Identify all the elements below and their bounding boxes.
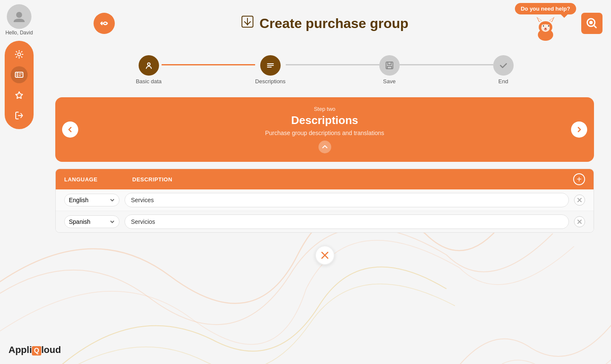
brand-name: AppliQloud [9,344,61,356]
step-label-end: End [498,78,508,85]
main-content: Basic data Descriptions [38,47,611,364]
svg-point-17 [589,21,593,24]
step-basic-data: Basic data [136,55,162,85]
svg-point-14 [548,25,549,26]
svg-point-1 [18,53,21,56]
sidebar-nav [5,41,34,129]
language-select-1[interactable]: English Spanish French German [64,215,119,228]
step-card-subtitle: Purchase group descriptions and translat… [68,130,581,136]
collapse-button[interactable] [318,141,331,153]
svg-point-0 [16,12,22,18]
col-header-language: LANGUAGE [64,176,132,183]
col-header-description: DESCRIPTION [132,176,573,183]
svg-rect-2 [15,72,23,77]
avatar [7,4,31,29]
cancel-button[interactable] [315,245,335,265]
svg-point-13 [543,25,544,26]
step-card: Step two Descriptions Purchase group des… [55,97,594,162]
step-circle-descriptions [260,55,281,76]
svg-point-15 [544,28,546,29]
step-line-2 [286,64,379,65]
page-title-icon [241,15,254,32]
stepper: Basic data Descriptions [55,51,594,89]
table-row: English Spanish French German [56,211,594,232]
language-select-0[interactable]: English Spanish French German [64,194,119,206]
description-input-0[interactable] [125,193,569,207]
help-bubble: Do you need help? [515,3,576,14]
step-label-basic-data: Basic data [136,78,162,85]
step-circle-basic-data [139,55,159,76]
page-title-text: Create purchase group [259,16,408,31]
step-end: End [493,55,514,85]
header: Create purchase group Do you need help? [38,0,611,47]
table-row: English Spanish French German [56,189,594,211]
step-label-descriptions: Descriptions [255,78,286,85]
page-title: Create purchase group [241,15,408,32]
step-circle-end [493,55,514,76]
description-input-1[interactable] [125,214,569,229]
brand-q: Q [32,346,41,356]
fox-mascot [531,14,560,44]
step-line-1 [162,64,255,65]
sidebar-item-settings[interactable] [11,46,28,63]
step-card-content: Step two Descriptions Purchase group des… [68,106,581,153]
step-two-label: Step two [68,106,581,112]
add-row-button[interactable]: + [573,173,585,185]
sidebar-item-logout[interactable] [11,107,28,124]
remove-row-button-1[interactable] [574,216,585,227]
help-area: Do you need help? [515,3,602,44]
step-circle-save [379,55,400,76]
svg-point-18 [148,63,150,65]
back-button[interactable] [94,13,115,34]
descriptions-table: LANGUAGE DESCRIPTION + English Spanish F… [55,169,594,233]
next-step-button[interactable] [571,121,587,138]
step-descriptions: Descriptions [255,55,286,85]
user-greeting: Hello, David [6,30,33,36]
remove-row-button-0[interactable] [574,195,585,206]
sidebar-item-ticket[interactable] [11,66,28,83]
step-line-3 [400,64,493,65]
sidebar-item-favorites[interactable] [11,87,28,104]
brand-footer: AppliQloud [9,344,61,356]
step-card-title: Descriptions [68,114,581,127]
brand-logo-right[interactable] [581,13,602,34]
sidebar: Hello, David [0,0,38,364]
table-header: LANGUAGE DESCRIPTION + [56,169,594,189]
step-label-save: Save [383,78,396,85]
step-save: Save [379,55,400,85]
